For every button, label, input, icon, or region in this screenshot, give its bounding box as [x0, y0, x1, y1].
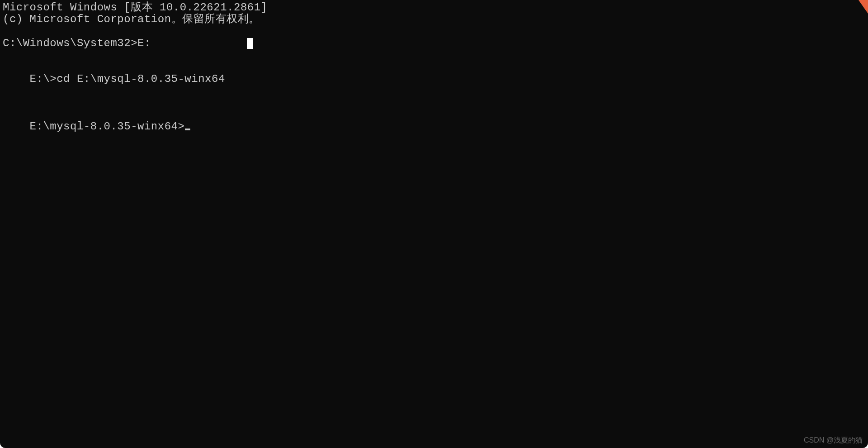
blank-line — [3, 26, 865, 38]
blank-line — [3, 97, 865, 109]
csdn-watermark: CSDN @浅夏的猫 — [804, 436, 863, 444]
prompt-line-3: E:\mysql-8.0.35-winx64> — [3, 109, 865, 144]
prompt-line-1: C:\Windows\System32>E: — [3, 38, 865, 49]
copyright-line: (c) Microsoft Corporation。保留所有权利。 — [3, 14, 865, 25]
command-text: E: — [137, 38, 151, 49]
prompt-line-2: E:\>cd E:\mysql-8.0.35-winx64 — [3, 61, 865, 97]
command-text: cd E:\mysql-8.0.35-winx64 — [57, 73, 225, 85]
blank-line — [3, 49, 865, 61]
prompt-prefix: E:\mysql-8.0.35-winx64> — [30, 120, 185, 133]
prompt-prefix: C:\Windows\System32> — [3, 38, 137, 49]
text-cursor-icon — [247, 38, 253, 49]
windows-version-line: Microsoft Windows [版本 10.0.22621.2861] — [3, 2, 865, 14]
prompt-prefix: E:\> — [30, 73, 57, 85]
command-prompt-terminal[interactable]: Microsoft Windows [版本 10.0.22621.2861] (… — [0, 0, 868, 448]
cursor-icon — [185, 129, 190, 130]
